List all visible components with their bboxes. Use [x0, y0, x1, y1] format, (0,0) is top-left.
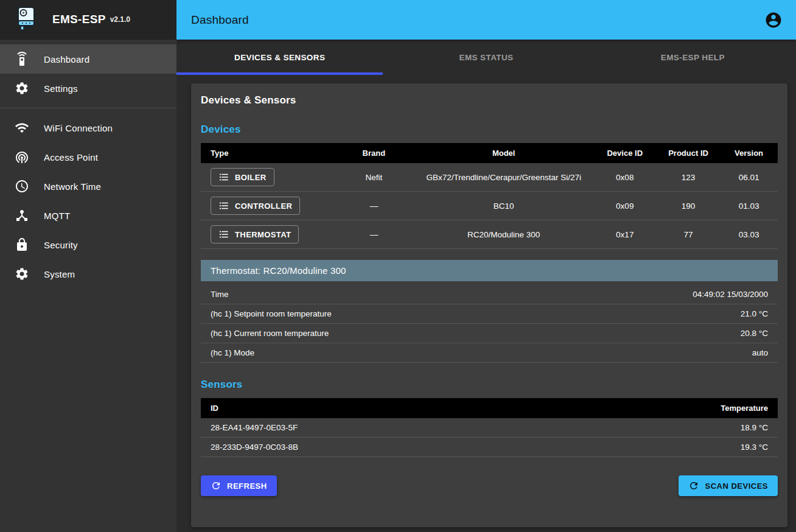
device-detail-header: Thermostat: RC20/Moduline 300 [201, 260, 778, 281]
gear-icon [15, 267, 29, 281]
device-id: 0x17 [593, 220, 657, 249]
device-type-cell: CONTROLLER [201, 192, 333, 220]
sensor-temperature: 18.9 °C [556, 418, 778, 438]
list-icon [218, 200, 229, 211]
lock-icon [15, 237, 29, 252]
device-type-button[interactable]: THERMOSTAT [211, 225, 299, 243]
sidebar-item-network-time[interactable]: Network Time [0, 172, 176, 201]
device-version: 06.01 [720, 163, 778, 192]
device-type-cell: THERMOSTAT [201, 220, 333, 249]
device-id: 0x08 [593, 163, 657, 192]
tab-ems-status[interactable]: EMS STATUS [383, 40, 589, 75]
sensors-column-header: Temperature [556, 398, 778, 418]
refresh-icon [211, 480, 222, 491]
refresh-button[interactable]: REFRESH [201, 475, 277, 496]
device-model: BC10 [414, 192, 593, 220]
main-area: Dashboard DEVICES & SENSORSEMS STATUSEMS… [176, 0, 796, 532]
devices-column-header: Brand [333, 143, 414, 163]
sidebar-item-label: WiFi Connection [44, 123, 113, 133]
detail-label: (hc 1) Setpoint room temperature [211, 309, 332, 318]
device-detail-row: (hc 1) Setpoint room temperature21.0 °C [201, 304, 778, 324]
device-type-label: BOILER [235, 173, 267, 182]
device-version: 01.03 [720, 192, 778, 220]
devices-column-header: Version [720, 143, 778, 163]
device-brand: — [333, 220, 414, 249]
device-row[interactable]: BOILERNefitGBx72/Trendline/Cerapur/Green… [201, 163, 778, 192]
device-detail-row: (hc 1) Current room temperature20.8 °C [201, 324, 778, 343]
tab-indicator [590, 72, 796, 75]
device-type-button[interactable]: BOILER [211, 168, 274, 186]
sidebar-item-security[interactable]: Security [0, 230, 176, 259]
app-version: v2.1.0 [110, 15, 130, 24]
settings-remote-icon [15, 52, 29, 66]
content-area: Devices & Sensors Devices TypeBrandModel… [176, 75, 796, 532]
detail-value: 21.0 °C [741, 309, 768, 318]
tab-indicator [383, 72, 589, 75]
sidebar-item-label: Network Time [44, 181, 101, 192]
sensors-column-header: ID [201, 398, 556, 418]
sidebar-item-label: Security [44, 240, 78, 250]
devices-table: TypeBrandModelDevice IDProduct IDVersion… [201, 143, 778, 249]
sidebar-header: EMS-ESP v2.1.0 [0, 0, 176, 40]
wifi-icon [15, 121, 29, 135]
sidebar: EMS-ESP v2.1.0 DashboardSettingsWiFi Con… [0, 0, 176, 532]
device-brand: — [333, 192, 414, 220]
refresh-button-label: REFRESH [227, 481, 267, 491]
tab-bar: DEVICES & SENSORSEMS STATUSEMS-ESP HELP [176, 40, 796, 75]
gear-icon [15, 81, 29, 96]
card-title: Devices & Sensors [201, 94, 778, 107]
device-type-cell: BOILER [201, 163, 333, 192]
device-type-button[interactable]: CONTROLLER [211, 197, 300, 215]
device-id: 0x09 [593, 192, 657, 220]
sidebar-item-access-point[interactable]: Access Point [0, 142, 176, 172]
tab-ems-esp-help[interactable]: EMS-ESP HELP [590, 40, 796, 75]
wifi-tethering-icon [15, 150, 29, 164]
page-title: Dashboard [191, 13, 764, 27]
device-product-id: 77 [657, 220, 720, 249]
devices-column-header: Device ID [593, 143, 657, 163]
list-icon [218, 229, 229, 240]
detail-label: (hc 1) Current room temperature [211, 329, 329, 338]
sidebar-item-label: Dashboard [44, 54, 89, 65]
device-model: RC20/Moduline 300 [414, 220, 593, 249]
sensor-id: 28-233D-9497-0C03-8B [201, 438, 556, 457]
sensors-table-header: IDTemperature [201, 398, 778, 418]
sensor-row: 28-233D-9497-0C03-8B19.3 °C [201, 438, 778, 457]
sidebar-item-label: System [44, 269, 75, 279]
device-version: 03.03 [720, 220, 778, 249]
sensor-id: 28-EA41-9497-0E03-5F [201, 418, 556, 438]
sidebar-item-mqtt[interactable]: MQTT [0, 201, 176, 230]
device-row[interactable]: THERMOSTAT—RC20/Moduline 3000x177703.03 [201, 220, 778, 249]
device-row[interactable]: CONTROLLER—BC100x0919001.03 [201, 192, 778, 220]
device-detail-list: Time04:49:02 15/03/2000(hc 1) Setpoint r… [201, 285, 778, 363]
scan-devices-button[interactable]: SCAN DEVICES [679, 475, 778, 496]
boiler-logo-icon [16, 6, 37, 33]
tab-indicator [176, 72, 383, 75]
device-product-id: 123 [657, 163, 720, 192]
sensor-temperature: 19.3 °C [556, 438, 778, 457]
detail-value: auto [752, 348, 768, 357]
detail-label: (hc 1) Mode [211, 348, 254, 357]
refresh-icon [688, 480, 699, 491]
devices-heading: Devices [201, 124, 778, 136]
sidebar-item-dashboard[interactable]: Dashboard [0, 44, 176, 74]
detail-label: Time [211, 290, 229, 299]
sensor-row: 28-EA41-9497-0E03-5F18.9 °C [201, 418, 778, 438]
sidebar-item-label: MQTT [44, 211, 70, 221]
account-circle-icon[interactable] [764, 11, 783, 29]
clock-icon [15, 179, 29, 194]
device-detail-row: (hc 1) Modeauto [201, 343, 778, 363]
devices-column-header: Type [201, 143, 333, 163]
sidebar-item-label: Settings [44, 83, 78, 94]
device-type-label: THERMOSTAT [235, 230, 291, 239]
sidebar-item-system[interactable]: System [0, 259, 176, 289]
sidebar-menu: DashboardSettingsWiFi ConnectionAccess P… [0, 40, 176, 289]
list-icon [218, 172, 229, 183]
devices-table-header: TypeBrandModelDevice IDProduct IDVersion [201, 143, 778, 163]
device-hub-icon [15, 208, 29, 223]
sidebar-item-wifi-connection[interactable]: WiFi Connection [0, 113, 176, 142]
sidebar-item-settings[interactable]: Settings [0, 74, 176, 103]
device-type-label: CONTROLLER [235, 201, 292, 211]
device-brand: Nefit [333, 163, 414, 192]
tab-devices-sensors[interactable]: DEVICES & SENSORS [176, 40, 383, 75]
